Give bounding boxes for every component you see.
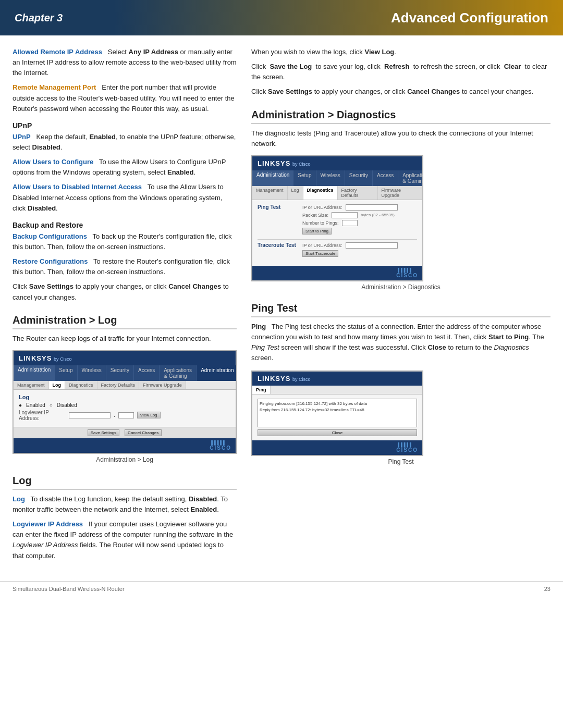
logviewer-ip-label: Logviewer IP Address: [13, 520, 83, 528]
tab-management[interactable]: Management: [14, 381, 49, 389]
nav-admin-label-diag: Administration: [252, 170, 293, 186]
upnp-label: UPnP: [13, 133, 31, 141]
log-para: Log To disable the Log function, keep th…: [13, 494, 237, 515]
nav-admin-label: Administration: [14, 365, 55, 381]
log-heading: Log: [13, 475, 237, 490]
linksys-diag-tabs: Management Log Diagnostics Factory Defau…: [252, 186, 422, 200]
ping-output-box: Pinging yahoo.com [216.155.124.72] with …: [258, 399, 417, 427]
remote-port-para: Remote Management Port Enter the port nu…: [13, 82, 237, 114]
allowed-remote-label: Allowed Remote IP Address: [13, 48, 102, 56]
ping-ip-input[interactable]: [346, 204, 398, 211]
diag-nav-apps[interactable]: Applications & Gaming: [398, 170, 423, 186]
linksys-logo-ping: LINKSYS by Cisco: [258, 375, 310, 382]
diag-ping-section: Ping Test IP or URL Address: Packet Size…: [258, 204, 417, 236]
backup-label: Backup Configurations: [13, 232, 87, 240]
ping-btn-row: Start to Ping: [302, 228, 417, 235]
ping-close-btn[interactable]: Close: [258, 429, 417, 436]
save-settings-btn[interactable]: Save Settings: [88, 429, 119, 436]
packet-select[interactable]: [332, 212, 358, 218]
right-column: When you wish to view the logs, click Vi…: [251, 47, 550, 565]
linksys-diag-content: Ping Test IP or URL Address: Packet Size…: [252, 200, 422, 266]
count-label: Number to Pings:: [302, 220, 339, 226]
ping-screenshot-caption: Ping Test: [251, 458, 550, 465]
linksys-ping-footer: ▐▐▐▐▐ CISCO: [252, 440, 422, 455]
diag-screenshot-caption: Administration > Diagnostics: [251, 283, 550, 291]
trace-ip-label: IP or URL Address:: [302, 243, 342, 248]
allow-configure-label: Allow Users to Configure: [13, 158, 93, 166]
allowed-remote-para: Allowed Remote IP Address Select Any IP …: [13, 47, 237, 78]
diag-nav-wireless[interactable]: Wireless: [316, 170, 345, 186]
footer-left: Simultaneous Dual-Band Wireless-N Router: [13, 586, 125, 592]
restore-label: Restore Configurations: [13, 257, 88, 265]
nav-admin[interactable]: Administration: [197, 365, 237, 381]
diag-nav-access[interactable]: Access: [373, 170, 398, 186]
save-note-1: Click Save Settings to apply your change…: [13, 281, 237, 302]
linksys-ping-header: LINKSYS by Cisco: [252, 372, 422, 386]
log-label: Log: [13, 495, 25, 503]
backup-heading: Backup and Restore: [13, 221, 237, 229]
diag-trace-section: Traceroute Test IP or URL Address: Start…: [258, 242, 417, 258]
ping-output-line2: Reply from 216.155.124.72: bytes=32 time…: [260, 407, 415, 413]
screenshot-ping: LINKSYS by Cisco Ping Pinging yahoo.com …: [251, 371, 423, 456]
packet-row: Packet Size: bytes (32 - 65535): [302, 212, 417, 218]
tab-diagnostics[interactable]: Diagnostics: [65, 381, 97, 389]
chapter-label: Chapter 3: [0, 0, 115, 35]
upnp-heading: UPnP: [13, 121, 237, 130]
trace-ip-input[interactable]: [346, 242, 398, 249]
diag-tab-log[interactable]: Log: [288, 186, 303, 200]
start-ping-btn[interactable]: Start to Ping: [302, 228, 332, 235]
ping-ip-label: IP or URL Address:: [302, 205, 342, 210]
diag-tab-diag[interactable]: Diagnostics: [303, 186, 338, 200]
nav-security[interactable]: Security: [106, 365, 134, 381]
tab-firmware[interactable]: Firmware Upgrade: [139, 381, 186, 389]
start-trace-btn[interactable]: Start Traceroute: [302, 250, 338, 257]
diag-tab-management[interactable]: Management: [252, 186, 288, 200]
logviewer-para: Logviewer IP Address If your computer us…: [13, 519, 237, 561]
linksys-logo: LINKSYS by Cisco: [19, 354, 71, 362]
tab-factory[interactable]: Factory Defaults: [97, 381, 140, 389]
linksys-diag-ui: LINKSYS by Cisco Administration Setup Wi…: [252, 156, 423, 281]
linksys-diag-footer: ▐▐▐▐▐ CISCO: [252, 266, 422, 280]
log-bottom-btns: Save Settings Cancel Changes: [14, 427, 236, 438]
cancel-changes-btn[interactable]: Cancel Changes: [125, 429, 162, 436]
logviewer-label: Logviewer IP Address:: [19, 410, 66, 421]
cisco-logo-ping: ▐▐▐▐▐ CISCO: [396, 442, 418, 453]
page-title-bar: Advanced Configuration: [115, 0, 563, 35]
chapter-text: Chapter 3: [15, 12, 63, 24]
nav-access[interactable]: Access: [134, 365, 160, 381]
linksys-diag-nav: Administration Setup Wireless Security A…: [252, 170, 422, 186]
admin-diag-heading: Administration > Diagnostics: [251, 109, 550, 124]
diag-nav-security[interactable]: Security: [345, 170, 373, 186]
ping-tab[interactable]: Ping: [252, 386, 271, 394]
linksys-ping-tabs: Ping: [252, 386, 422, 394]
ping-test-label: Ping Test: [258, 204, 299, 210]
allow-configure-para: Allow Users to Configure To use the Allo…: [13, 157, 237, 178]
admin-log-heading: Administration > Log: [13, 314, 237, 329]
linksys-log-content: Log ● Enabled ○ Disabled Logviewer IP Ad…: [14, 390, 236, 427]
ping-heading: Ping Test: [251, 302, 550, 317]
trace-ip-row: IP or URL Address:: [302, 242, 417, 249]
save-log-note: Click Save the Log to save your log, cli…: [251, 61, 550, 82]
linksys-ping-content: Pinging yahoo.com [216.155.124.72] with …: [252, 394, 422, 440]
log-enabled-text: Enabled: [26, 402, 45, 408]
diag-tab-firmware[interactable]: Firmware Upgrade: [378, 186, 422, 200]
log-disabled-text: Disabled: [57, 402, 77, 408]
footer-right: 23: [544, 586, 550, 592]
diag-tab-factory[interactable]: Factory Defaults: [338, 186, 378, 200]
ping-count-row: Number to Pings:: [302, 220, 417, 226]
admin-log-intro: The Router can keep logs of all traffic …: [13, 334, 237, 344]
tab-log[interactable]: Log: [49, 381, 66, 389]
admin-diag-intro: The diagnostic tests (Ping and Tracerout…: [251, 128, 550, 149]
logviewer-input[interactable]: [69, 412, 111, 418]
view-log-note: When you wish to view the logs, click Vi…: [251, 47, 550, 57]
logviewer-input2[interactable]: [118, 412, 134, 418]
ping-ip-row: IP or URL Address:: [302, 204, 417, 211]
diag-nav-setup[interactable]: Setup: [293, 170, 316, 186]
view-log-btn[interactable]: View Log: [137, 412, 161, 418]
upnp-para: UPnP Keep the default, Enabled, to enabl…: [13, 132, 237, 153]
nav-apps[interactable]: Applications & Gaming: [160, 365, 197, 381]
remote-port-label: Remote Management Port: [13, 83, 96, 91]
nav-setup[interactable]: Setup: [55, 365, 77, 381]
count-input[interactable]: [342, 220, 358, 226]
nav-wireless[interactable]: Wireless: [78, 365, 106, 381]
